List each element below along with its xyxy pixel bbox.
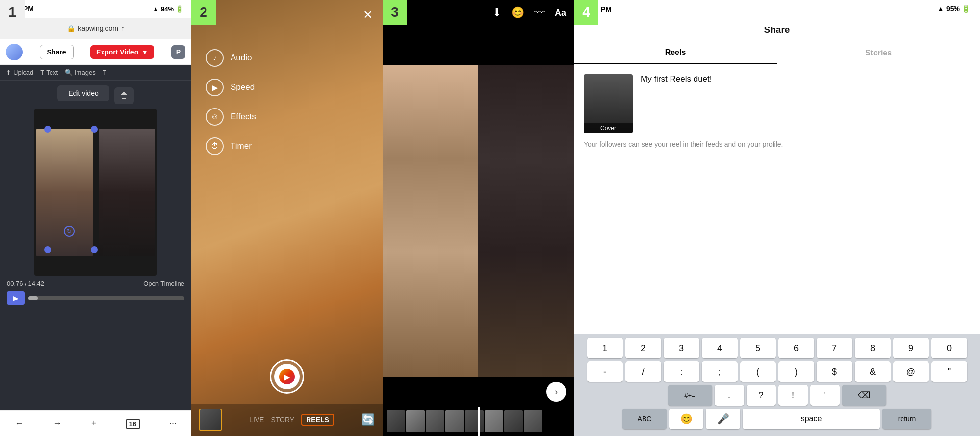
browser-nav: ← → + 16 ···: [0, 410, 191, 436]
duet-left-video: [383, 65, 478, 377]
playback-controls: ▶: [5, 289, 186, 308]
filmstrip: [383, 407, 574, 436]
key-paren-open[interactable]: (: [740, 361, 776, 382]
open-timeline-link[interactable]: Open Timeline: [143, 280, 184, 287]
key-emoji[interactable]: 😊: [669, 409, 703, 429]
delete-button[interactable]: 🗑: [114, 87, 134, 104]
menu-images[interactable]: 🔍 Images: [65, 69, 96, 76]
key-paren-close[interactable]: ): [778, 361, 814, 382]
key-space[interactable]: space: [743, 409, 880, 429]
key-delete[interactable]: ⌫: [842, 385, 886, 406]
upload-icon: ⬆: [6, 69, 11, 76]
filmstrip-frame: [445, 410, 464, 432]
progress-fill: [28, 296, 38, 300]
key-9[interactable]: 9: [893, 338, 929, 358]
key-5[interactable]: 5: [740, 338, 776, 358]
next-button[interactable]: ›: [546, 382, 566, 402]
tab-reels[interactable]: Reels: [574, 42, 777, 64]
key-mic[interactable]: 🎤: [706, 409, 740, 429]
key-0[interactable]: 0: [931, 338, 967, 358]
download-icon[interactable]: ⬇: [492, 6, 501, 19]
key-exclaim[interactable]: !: [778, 385, 808, 406]
filmstrip-frame: [465, 410, 484, 432]
mode-story[interactable]: STORY: [271, 416, 294, 424]
cover-thumbnail[interactable]: Cover: [584, 74, 633, 133]
rotate-handle[interactable]: ↻: [64, 226, 75, 237]
menu-effects-row[interactable]: ☺ Effects: [206, 108, 368, 126]
key-ampersand[interactable]: &: [855, 361, 891, 382]
key-hashplus[interactable]: #+=: [668, 385, 712, 406]
key-2[interactable]: 2: [625, 338, 661, 358]
key-7[interactable]: 7: [817, 338, 852, 358]
handle-top-right[interactable]: [91, 126, 98, 133]
black-bar-top: [383, 26, 574, 65]
edit-video-button[interactable]: Edit video: [57, 85, 109, 101]
filmstrip-frame: [485, 410, 503, 432]
nav-back-button[interactable]: ←: [11, 414, 27, 433]
export-video-button[interactable]: Export Video ▼: [90, 45, 154, 59]
handle-top-left[interactable]: [44, 126, 51, 133]
caption-input[interactable]: My first Reels duet!: [641, 74, 970, 113]
handle-bottom-right[interactable]: [91, 246, 98, 253]
key-abc[interactable]: ABC: [622, 409, 667, 429]
key-3[interactable]: 3: [664, 338, 699, 358]
nav-tabs-button[interactable]: 16: [122, 414, 144, 433]
text-aa-icon[interactable]: Aa: [555, 8, 566, 18]
key-slash[interactable]: /: [625, 361, 661, 382]
flip-camera-icon[interactable]: 🔄: [361, 413, 375, 426]
shutter-area: ▶: [191, 175, 383, 404]
battery-percent-1: 94%: [161, 5, 174, 13]
key-apostrophe[interactable]: ': [810, 385, 840, 406]
menu-t[interactable]: T: [103, 69, 106, 76]
filmstrip-playhead: [478, 407, 480, 436]
share-button[interactable]: Share: [40, 45, 74, 59]
key-semicolon[interactable]: ;: [702, 361, 738, 382]
audio-wave-icon[interactable]: 〰: [534, 6, 545, 19]
key-at[interactable]: @: [893, 361, 929, 382]
nav-add-button[interactable]: +: [87, 414, 101, 433]
share-tabs: Reels Stories: [574, 42, 980, 64]
key-dash[interactable]: -: [587, 361, 623, 382]
address-bar[interactable]: 🔒 kapwing.com ↑: [0, 18, 191, 39]
menu-speed-row[interactable]: ▶ Speed: [206, 79, 368, 96]
key-quote[interactable]: ": [931, 361, 967, 382]
menu-audio-row[interactable]: ♪ Audio: [206, 49, 368, 67]
menu-upload[interactable]: ⬆ Upload: [6, 69, 33, 76]
nav-more-button[interactable]: ···: [165, 414, 181, 433]
key-4[interactable]: 4: [702, 338, 738, 358]
nav-forward-button[interactable]: →: [49, 414, 66, 433]
battery-icon-4: 🔋: [962, 5, 970, 13]
key-period[interactable]: .: [715, 385, 744, 406]
progress-bar[interactable]: [28, 296, 184, 300]
key-dollar[interactable]: $: [817, 361, 852, 382]
filmstrip-frame: [426, 410, 444, 432]
key-8[interactable]: 8: [855, 338, 891, 358]
play-button[interactable]: ▶: [7, 291, 25, 305]
shutter-button[interactable]: ▶: [270, 359, 304, 394]
user-avatar: [6, 44, 23, 60]
close-camera-icon[interactable]: ✕: [363, 8, 373, 22]
tab-stories[interactable]: Stories: [777, 42, 980, 64]
key-colon[interactable]: :: [664, 361, 699, 382]
gallery-thumb[interactable]: [199, 409, 222, 431]
camera-modes: LIVE STORY REELS: [249, 414, 334, 426]
timer-label: Timer: [231, 141, 252, 151]
step-badge-2: 2: [191, 0, 216, 25]
key-return[interactable]: return: [882, 409, 931, 429]
menu-timer-row[interactable]: ⏱ Timer: [206, 137, 368, 155]
camera-bottom-bar: LIVE STORY REELS 🔄: [191, 404, 383, 436]
status-bar-4: 2:10 PM ▲ 95% 🔋: [574, 0, 980, 18]
key-question[interactable]: ?: [747, 385, 776, 406]
handle-bottom-left[interactable]: [44, 246, 51, 253]
mode-live[interactable]: LIVE: [249, 416, 264, 424]
mode-reels[interactable]: REELS: [301, 414, 334, 426]
key-6[interactable]: 6: [778, 338, 814, 358]
sticker-icon[interactable]: 😊: [511, 6, 524, 19]
menu-text[interactable]: T Text: [40, 69, 58, 76]
export-p-button[interactable]: P: [171, 45, 185, 59]
video-preview: ↻: [34, 109, 157, 276]
key-1[interactable]: 1: [587, 338, 623, 358]
reels-play-icon: ▶: [284, 372, 290, 382]
wifi-icon: ▲: [153, 5, 159, 13]
lock-icon: 🔒: [67, 25, 75, 32]
